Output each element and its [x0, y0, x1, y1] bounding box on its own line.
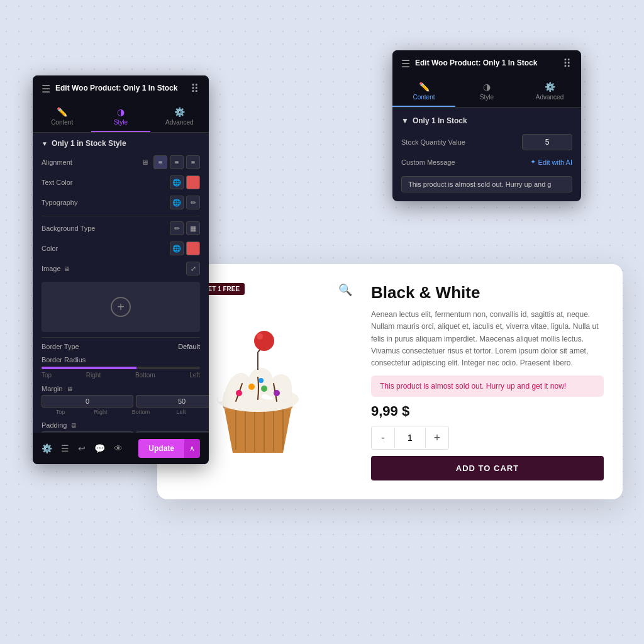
- product-card: BUY 1, GET 1 FREE 🔍: [157, 264, 623, 499]
- update-button[interactable]: Update: [138, 439, 184, 458]
- chat-toolbar-icon[interactable]: 💬: [94, 443, 105, 453]
- tab-advanced-left[interactable]: ⚙️ Advanced: [150, 102, 209, 132]
- typography-globe-icon[interactable]: 🌐: [170, 196, 184, 209]
- tab-style-right[interactable]: ◑ Style: [455, 77, 518, 107]
- add-to-cart-button[interactable]: ADD TO CART: [371, 456, 604, 480]
- content-collapse-icon[interactable]: ▼: [401, 116, 409, 125]
- svg-point-15: [254, 331, 274, 351]
- globe-icon[interactable]: 🌐: [170, 175, 184, 189]
- color-swatch[interactable]: [186, 242, 200, 255]
- right-panel-body: ▼ Only 1 In Stock Stock Quantity Value C…: [392, 108, 581, 201]
- hamburger-icon[interactable]: ☰: [42, 83, 50, 95]
- tab-advanced-right[interactable]: ⚙️ Advanced: [518, 77, 581, 107]
- margin-right-input[interactable]: [136, 395, 209, 408]
- ai-star-icon: ✦: [530, 158, 536, 166]
- content-section-header: ▼ Only 1 In Stock: [401, 116, 572, 125]
- left-panel-title: Edit Woo Product: Only 1 In Stock: [55, 84, 177, 94]
- tab-content-left[interactable]: ✏️ Content: [33, 102, 91, 132]
- margin-right-label: Right: [82, 409, 119, 415]
- product-description: Aenean lectus elit, fermentum non, conva…: [371, 309, 604, 369]
- svg-point-10: [261, 386, 267, 392]
- stock-quantity-row: Stock Quantity Value: [401, 134, 572, 150]
- left-panel-body: ▼ Only 1 in Stock Style Alignment 🖥 ≡ ≡ …: [33, 133, 209, 464]
- edit-with-ai-link[interactable]: ✦ Edit with AI: [530, 158, 572, 166]
- update-group: Update ∧: [138, 439, 200, 458]
- image-upload-area[interactable]: +: [42, 282, 200, 332]
- margin-top-label: Top: [42, 409, 79, 415]
- color-globe-icon[interactable]: 🌐: [170, 242, 184, 255]
- left-panel-tabs: ✏️ Content ◑ Style ⚙️ Advanced: [33, 102, 209, 133]
- expand-icon[interactable]: ⤢: [186, 262, 200, 275]
- monitor-icon: 🖥: [142, 158, 148, 166]
- typography-edit-icon[interactable]: ✏: [186, 196, 200, 209]
- border-type-row: Border Type Default: [42, 343, 200, 350]
- svg-point-9: [248, 384, 255, 390]
- border-radius-slider[interactable]: [42, 367, 200, 369]
- margin-label: Margin: [42, 385, 63, 392]
- alignment-label: Alignment: [42, 158, 72, 166]
- text-color-row: Text Color 🌐: [42, 175, 200, 189]
- margin-bottom-label: Bottom: [122, 409, 160, 415]
- gear-icon: ⚙️: [174, 107, 185, 117]
- preview-toolbar-icon[interactable]: 👁: [114, 443, 123, 453]
- pencil-icon: ✏️: [57, 107, 67, 117]
- custom-message-label: Custom Message: [401, 158, 455, 166]
- content-section-title: Only 1 In Stock: [413, 116, 467, 125]
- right-grid-icon[interactable]: ⠿: [563, 57, 572, 70]
- alignment-row: Alignment 🖥 ≡ ≡ ≡: [42, 155, 200, 169]
- border-type-label: Border Type: [42, 343, 79, 350]
- corner-left: Left: [189, 372, 200, 379]
- right-gear-icon: ⚙️: [545, 82, 555, 92]
- svg-point-12: [258, 378, 264, 383]
- align-right-btn[interactable]: ≡: [186, 155, 200, 169]
- update-chevron-button[interactable]: ∧: [184, 439, 200, 458]
- custom-message-row: Custom Message ✦ Edit with AI: [401, 158, 572, 166]
- padding-label: Padding: [42, 421, 67, 429]
- toolbar-icon-group: ⚙️ ☰ ↩ 💬 👁: [42, 443, 123, 453]
- margin-inputs: [42, 395, 200, 408]
- right-hamburger-icon[interactable]: ☰: [401, 58, 410, 70]
- right-contrast-icon: ◑: [483, 82, 491, 92]
- settings-toolbar-icon[interactable]: ⚙️: [42, 443, 52, 453]
- tab-content-right[interactable]: ✏️ Content: [392, 77, 455, 107]
- border-radius-section: Border Radius Top Right Bottom Left: [42, 355, 200, 379]
- right-panel-title: Edit Woo Product: Only 1 In Stock: [415, 58, 537, 69]
- grid-icon[interactable]: ⠿: [191, 82, 200, 96]
- tab-style-left[interactable]: ◑ Style: [91, 102, 150, 132]
- border-radius-label: Border Radius: [42, 356, 86, 364]
- product-info: Black & White Aenean lectus elit, fermen…: [371, 283, 604, 480]
- add-image-btn[interactable]: +: [111, 297, 131, 317]
- message-text-input[interactable]: [401, 176, 572, 192]
- product-search-btn[interactable]: 🔍: [338, 283, 352, 297]
- stock-quantity-input[interactable]: [522, 134, 572, 150]
- margin-section: Margin 🖥 Top Right Bottom Left: [42, 385, 200, 415]
- collapse-arrow-icon[interactable]: ▼: [42, 140, 48, 147]
- background-type-row: Background Type ✏ ▦: [42, 221, 200, 235]
- svg-point-11: [274, 390, 280, 396]
- align-left-btn[interactable]: ≡: [153, 155, 167, 169]
- text-color-swatch[interactable]: [186, 175, 200, 189]
- bg-gradient-icon[interactable]: ▦: [186, 221, 200, 235]
- history-toolbar-icon[interactable]: ↩: [78, 443, 86, 453]
- margin-top-input[interactable]: [42, 395, 133, 408]
- border-type-value: Default: [178, 343, 200, 350]
- text-color-label: Text Color: [42, 179, 73, 186]
- svg-point-16: [257, 333, 263, 340]
- style-section-header: ▼ Only 1 in Stock Style: [42, 139, 200, 148]
- quantity-minus-btn[interactable]: -: [372, 426, 394, 449]
- image-monitor-icon: 🖥: [64, 265, 70, 272]
- bg-classic-icon[interactable]: ✏: [170, 221, 184, 235]
- color-label: Color: [42, 245, 58, 252]
- contrast-icon: ◑: [117, 107, 125, 117]
- quantity-selector: - 1 +: [371, 426, 449, 450]
- align-center-btn[interactable]: ≡: [170, 155, 184, 169]
- left-panel-header: ☰ Edit Woo Product: Only 1 In Stock ⠿: [33, 75, 209, 102]
- corner-top: Top: [42, 372, 52, 379]
- color-row: Color 🌐: [42, 242, 200, 255]
- layers-toolbar-icon[interactable]: ☰: [61, 443, 69, 453]
- quantity-plus-btn[interactable]: +: [426, 426, 448, 449]
- right-pencil-icon: ✏️: [419, 82, 430, 92]
- product-price: 9,99 $: [371, 403, 604, 419]
- left-panel: ☰ Edit Woo Product: Only 1 In Stock ⠿ ✏️…: [33, 75, 209, 464]
- padding-monitor-icon: 🖥: [70, 422, 77, 429]
